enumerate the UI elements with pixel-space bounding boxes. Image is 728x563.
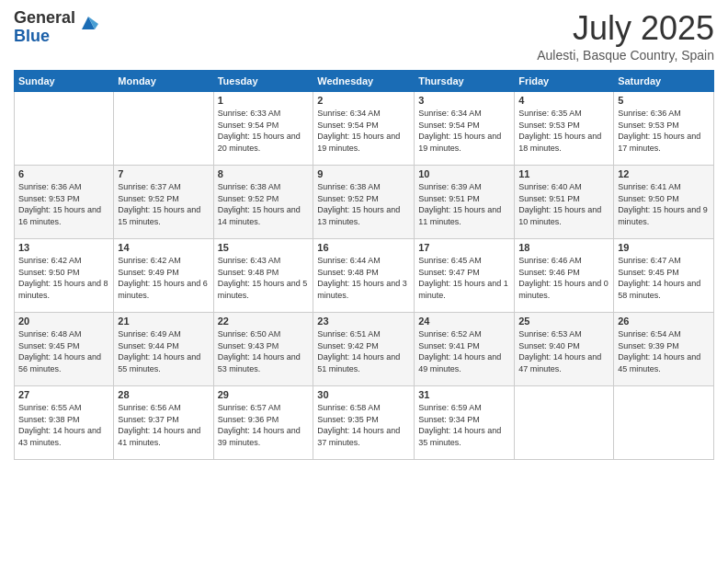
title-block: July 2025 Aulesti, Basque Country, Spain bbox=[537, 9, 714, 63]
cell-info: Sunrise: 6:48 AMSunset: 9:45 PMDaylight:… bbox=[18, 328, 109, 374]
cell-info: Sunrise: 6:44 AMSunset: 9:48 PMDaylight:… bbox=[317, 255, 410, 301]
cell-info: Sunrise: 6:54 AMSunset: 9:39 PMDaylight:… bbox=[618, 328, 710, 374]
calendar-cell: 12 Sunrise: 6:41 AMSunset: 9:50 PMDaylig… bbox=[614, 166, 714, 239]
cell-info: Sunrise: 6:57 AMSunset: 9:36 PMDaylight:… bbox=[218, 402, 310, 448]
calendar-cell bbox=[515, 386, 614, 460]
logo-general-text: General bbox=[14, 9, 75, 28]
calendar-cell: 27 Sunrise: 6:55 AMSunset: 9:38 PMDaylig… bbox=[15, 386, 114, 460]
day-number: 11 bbox=[518, 168, 609, 179]
cell-info: Sunrise: 6:58 AMSunset: 9:35 PMDaylight:… bbox=[317, 402, 410, 448]
calendar-cell: 22 Sunrise: 6:50 AMSunset: 9:43 PMDaylig… bbox=[213, 313, 313, 386]
day-number: 6 bbox=[18, 168, 109, 179]
cell-info: Sunrise: 6:53 AMSunset: 9:40 PMDaylight:… bbox=[518, 328, 609, 374]
calendar-cell: 17 Sunrise: 6:45 AMSunset: 9:47 PMDaylig… bbox=[415, 239, 515, 313]
calendar-cell: 25 Sunrise: 6:53 AMSunset: 9:40 PMDaylig… bbox=[515, 313, 614, 386]
cell-info: Sunrise: 6:55 AMSunset: 9:38 PMDaylight:… bbox=[18, 402, 109, 448]
calendar-cell: 8 Sunrise: 6:38 AMSunset: 9:52 PMDayligh… bbox=[213, 166, 313, 239]
header-tuesday: Tuesday bbox=[213, 71, 313, 92]
day-number: 2 bbox=[317, 95, 410, 106]
week-row-4: 20 Sunrise: 6:48 AMSunset: 9:45 PMDaylig… bbox=[15, 313, 714, 386]
day-number: 27 bbox=[18, 389, 109, 400]
calendar-cell: 6 Sunrise: 6:36 AMSunset: 9:53 PMDayligh… bbox=[15, 166, 114, 239]
logo-blue-text: Blue bbox=[14, 28, 75, 46]
day-number: 26 bbox=[618, 316, 710, 327]
calendar-cell: 29 Sunrise: 6:57 AMSunset: 9:36 PMDaylig… bbox=[213, 386, 313, 460]
day-number: 3 bbox=[418, 95, 510, 106]
cell-info: Sunrise: 6:34 AMSunset: 9:54 PMDaylight:… bbox=[418, 108, 510, 154]
week-row-5: 27 Sunrise: 6:55 AMSunset: 9:38 PMDaylig… bbox=[15, 386, 714, 460]
header-thursday: Thursday bbox=[415, 71, 515, 92]
calendar-page: General Blue July 2025 Aulesti, Basque C… bbox=[0, 0, 728, 563]
calendar-cell: 7 Sunrise: 6:37 AMSunset: 9:52 PMDayligh… bbox=[114, 166, 213, 239]
calendar-cell: 24 Sunrise: 6:52 AMSunset: 9:41 PMDaylig… bbox=[415, 313, 515, 386]
calendar-cell: 31 Sunrise: 6:59 AMSunset: 9:34 PMDaylig… bbox=[415, 386, 515, 460]
calendar-cell: 5 Sunrise: 6:36 AMSunset: 9:53 PMDayligh… bbox=[614, 92, 714, 166]
day-number: 1 bbox=[218, 95, 310, 106]
cell-info: Sunrise: 6:47 AMSunset: 9:45 PMDaylight:… bbox=[618, 255, 710, 301]
cell-info: Sunrise: 6:43 AMSunset: 9:48 PMDaylight:… bbox=[218, 255, 310, 301]
day-number: 22 bbox=[218, 316, 310, 327]
header-friday: Friday bbox=[515, 71, 614, 92]
calendar-cell: 26 Sunrise: 6:54 AMSunset: 9:39 PMDaylig… bbox=[614, 313, 714, 386]
cell-info: Sunrise: 6:34 AMSunset: 9:54 PMDaylight:… bbox=[317, 108, 410, 154]
header-sunday: Sunday bbox=[15, 71, 114, 92]
calendar-cell: 10 Sunrise: 6:39 AMSunset: 9:51 PMDaylig… bbox=[415, 166, 515, 239]
calendar-table: Sunday Monday Tuesday Wednesday Thursday… bbox=[14, 70, 714, 460]
calendar-cell bbox=[614, 386, 714, 460]
cell-info: Sunrise: 6:56 AMSunset: 9:37 PMDaylight:… bbox=[118, 402, 209, 448]
calendar-cell: 4 Sunrise: 6:35 AMSunset: 9:53 PMDayligh… bbox=[515, 92, 614, 166]
cell-info: Sunrise: 6:38 AMSunset: 9:52 PMDaylight:… bbox=[317, 181, 410, 227]
calendar-cell: 21 Sunrise: 6:49 AMSunset: 9:44 PMDaylig… bbox=[114, 313, 213, 386]
cell-info: Sunrise: 6:38 AMSunset: 9:52 PMDaylight:… bbox=[218, 181, 310, 227]
header-wednesday: Wednesday bbox=[313, 71, 415, 92]
week-row-1: 1 Sunrise: 6:33 AMSunset: 9:54 PMDayligh… bbox=[15, 92, 714, 166]
day-number: 30 bbox=[317, 389, 410, 400]
day-number: 15 bbox=[218, 242, 310, 253]
day-number: 10 bbox=[418, 168, 510, 179]
day-number: 24 bbox=[418, 316, 510, 327]
day-number: 28 bbox=[118, 389, 209, 400]
day-number: 14 bbox=[118, 242, 209, 253]
cell-info: Sunrise: 6:37 AMSunset: 9:52 PMDaylight:… bbox=[118, 181, 209, 227]
weekday-header-row: Sunday Monday Tuesday Wednesday Thursday… bbox=[15, 71, 714, 92]
day-number: 12 bbox=[618, 168, 710, 179]
cell-info: Sunrise: 6:36 AMSunset: 9:53 PMDaylight:… bbox=[618, 108, 710, 154]
calendar-cell: 28 Sunrise: 6:56 AMSunset: 9:37 PMDaylig… bbox=[114, 386, 213, 460]
calendar-cell: 16 Sunrise: 6:44 AMSunset: 9:48 PMDaylig… bbox=[313, 239, 415, 313]
cell-info: Sunrise: 6:33 AMSunset: 9:54 PMDaylight:… bbox=[218, 108, 310, 154]
day-number: 18 bbox=[518, 242, 609, 253]
day-number: 31 bbox=[418, 389, 510, 400]
day-number: 23 bbox=[317, 316, 410, 327]
day-number: 13 bbox=[18, 242, 109, 253]
cell-info: Sunrise: 6:41 AMSunset: 9:50 PMDaylight:… bbox=[618, 181, 710, 227]
calendar-cell: 23 Sunrise: 6:51 AMSunset: 9:42 PMDaylig… bbox=[313, 313, 415, 386]
calendar-cell: 13 Sunrise: 6:42 AMSunset: 9:50 PMDaylig… bbox=[15, 239, 114, 313]
calendar-cell: 19 Sunrise: 6:47 AMSunset: 9:45 PMDaylig… bbox=[614, 239, 714, 313]
day-number: 17 bbox=[418, 242, 510, 253]
cell-info: Sunrise: 6:52 AMSunset: 9:41 PMDaylight:… bbox=[418, 328, 510, 374]
calendar-cell bbox=[114, 92, 213, 166]
cell-info: Sunrise: 6:40 AMSunset: 9:51 PMDaylight:… bbox=[518, 181, 609, 227]
calendar-cell: 9 Sunrise: 6:38 AMSunset: 9:52 PMDayligh… bbox=[313, 166, 415, 239]
cell-info: Sunrise: 6:42 AMSunset: 9:50 PMDaylight:… bbox=[18, 255, 109, 301]
cell-info: Sunrise: 6:51 AMSunset: 9:42 PMDaylight:… bbox=[317, 328, 410, 374]
cell-info: Sunrise: 6:39 AMSunset: 9:51 PMDaylight:… bbox=[418, 181, 510, 227]
cell-info: Sunrise: 6:36 AMSunset: 9:53 PMDaylight:… bbox=[18, 181, 109, 227]
day-number: 9 bbox=[317, 168, 410, 179]
cell-info: Sunrise: 6:50 AMSunset: 9:43 PMDaylight:… bbox=[218, 328, 310, 374]
cell-info: Sunrise: 6:35 AMSunset: 9:53 PMDaylight:… bbox=[518, 108, 609, 154]
logo: General Blue bbox=[14, 9, 98, 46]
day-number: 20 bbox=[18, 316, 109, 327]
day-number: 25 bbox=[518, 316, 609, 327]
week-row-3: 13 Sunrise: 6:42 AMSunset: 9:50 PMDaylig… bbox=[15, 239, 714, 313]
calendar-cell: 1 Sunrise: 6:33 AMSunset: 9:54 PMDayligh… bbox=[213, 92, 313, 166]
day-number: 29 bbox=[218, 389, 310, 400]
week-row-2: 6 Sunrise: 6:36 AMSunset: 9:53 PMDayligh… bbox=[15, 166, 714, 239]
header-monday: Monday bbox=[114, 71, 213, 92]
day-number: 8 bbox=[218, 168, 310, 179]
month-title: July 2025 bbox=[537, 9, 714, 48]
cell-info: Sunrise: 6:49 AMSunset: 9:44 PMDaylight:… bbox=[118, 328, 209, 374]
calendar-cell: 15 Sunrise: 6:43 AMSunset: 9:48 PMDaylig… bbox=[213, 239, 313, 313]
cell-info: Sunrise: 6:46 AMSunset: 9:46 PMDaylight:… bbox=[518, 255, 609, 301]
calendar-cell: 3 Sunrise: 6:34 AMSunset: 9:54 PMDayligh… bbox=[415, 92, 515, 166]
